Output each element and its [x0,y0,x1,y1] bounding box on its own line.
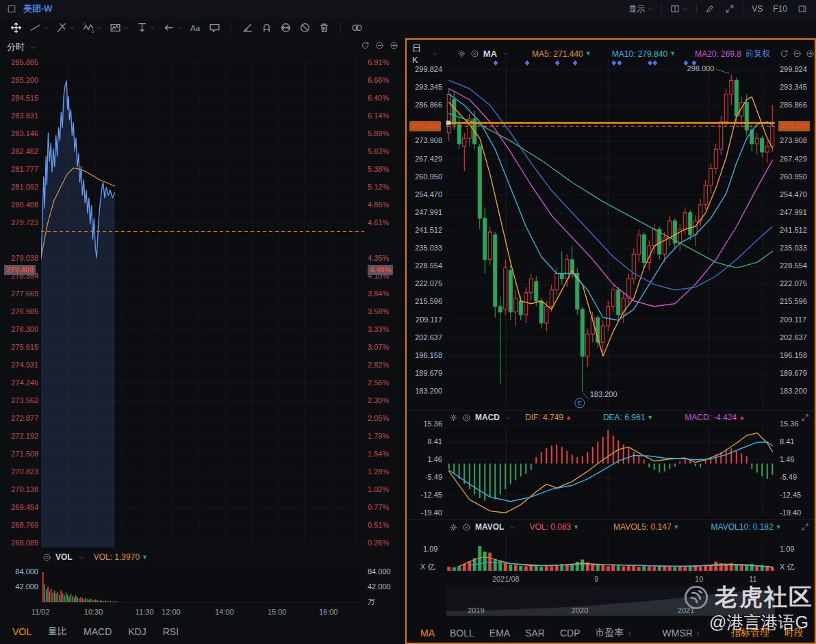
comment-tool[interactable] [207,21,222,34]
tab-市盈率[interactable]: 市盈率 [596,627,633,639]
move-crosshair-tool[interactable] [8,21,24,34]
text-tool[interactable]: Aa [188,21,203,34]
chevron-down-icon [505,415,511,421]
percent-axis-label: 2.05% [368,414,400,423]
tab-EMA[interactable]: EMA [489,628,510,639]
indicator-name[interactable]: MAVOL [475,522,504,532]
tab-RSI[interactable]: RSI [163,626,179,637]
chart-canvas [41,567,364,605]
price-axis-label: 215.596 [408,297,442,306]
trend-down-icon: ▼ [776,524,782,530]
fullscreen-button[interactable] [723,3,737,14]
percent-axis-label: 5.38% [368,165,400,174]
tab-SAR[interactable]: SAR [525,628,545,639]
price-axis-label: 254.470 [408,190,442,199]
chart-canvas [446,535,775,574]
compare-button[interactable]: VS [750,3,765,14]
price-axis-label: 279.723 [5,218,38,227]
settings-gear-icon[interactable] [457,49,466,58]
chevron-down-icon [70,25,75,31]
window-icon[interactable] [7,4,16,14]
chevron-down-icon [30,44,36,51]
close-icon[interactable] [462,523,471,532]
close-icon[interactable] [42,553,51,562]
trend-up-icon: ▲ [739,415,745,421]
volume-axis-unit: 万 [368,597,375,606]
trash-tool[interactable] [316,21,332,34]
adjust-mode-button[interactable]: 前复权 [745,48,770,60]
tiger-logo-icon [683,584,709,610]
period-selector[interactable]: 日K [412,42,426,65]
expand-pane-icon[interactable] [801,413,809,422]
compare-circles-tool[interactable] [349,21,365,34]
tab-VOL[interactable]: VOL [12,626,31,637]
percent-axis-label: 4.86% [368,201,400,209]
draw-button[interactable] [703,3,717,14]
zoom-out-icon[interactable] [793,49,802,58]
f10-button[interactable]: F10 [771,3,789,14]
link-charts-tool[interactable] [278,21,294,34]
tab-MACD[interactable]: MACD [84,626,112,637]
tab-MA[interactable]: MA [420,628,435,639]
reset-zoom-icon[interactable] [361,41,370,50]
indicator-name[interactable]: VOL [55,552,73,562]
intraday-chart[interactable] [41,57,364,548]
price-axis-label: 222.075 [780,279,807,288]
price-axis-label: 196.158 [780,351,807,360]
price-axis-label: 247.991 [408,208,442,217]
time-axis-label: 15:00 [268,608,287,616]
tab-WMSR[interactable]: WMSR [663,628,701,639]
reset-zoom-icon[interactable] [780,49,789,58]
indicator-name[interactable]: MACD [475,413,500,422]
dif-value: DIF: 4.749▲ [525,413,572,422]
elliott-wave-tool[interactable]: 13 [81,21,104,34]
close-icon[interactable] [462,413,471,422]
layout-dropdown[interactable] [668,3,690,14]
watermark-text: 老虎社区 [715,582,813,613]
percent-axis-label: 1.28% [368,467,400,476]
magnet-tool[interactable] [259,21,275,34]
vol-value: VOL: 1.3970▼ [94,552,148,562]
tab-CDP[interactable]: CDP [560,628,581,639]
close-icon[interactable] [470,49,479,58]
price-axis-label: 274.931 [5,361,38,370]
macd-axis-label: -5.49 [408,473,442,482]
zoom-in-icon[interactable] [806,49,815,58]
macd-axis-label: 8.41 [408,437,442,446]
zoom-out-icon[interactable] [375,41,384,50]
display-dropdown[interactable]: 显示 [626,3,655,16]
panel-toggle-button[interactable] [795,3,809,14]
hide-drawings-tool[interactable] [297,21,313,34]
indicator-name[interactable]: MA [483,49,497,59]
percent-axis-label: 0.77% [368,503,400,512]
kline-chart[interactable]: 298.000183.200E [446,59,775,409]
indicator-tabs-left: VOL量比MACDKDJRSI [12,626,179,638]
trend-line-tool[interactable] [27,21,51,34]
settings-gear-icon[interactable] [449,523,458,532]
zoom-in-icon[interactable] [390,41,398,50]
daily-volume-chart[interactable] [446,535,775,574]
time-axis-label: 12:00 [162,608,181,616]
price-axis-label: 189.679 [408,369,442,378]
period-selector[interactable]: 分时 [7,41,36,53]
svg-text:3: 3 [92,29,94,34]
price-axis-label: 272.192 [5,432,38,441]
expand-pane-icon[interactable] [801,523,809,531]
intraday-volume-chart[interactable] [41,567,364,605]
price-axis-label: 189.679 [780,369,807,378]
tab-KDJ[interactable]: KDJ [128,626,146,637]
trend-down-icon: ▼ [670,51,676,57]
price-axis-label: 202.637 [780,333,807,342]
price-axis-label: 282.462 [5,147,38,156]
angle-tool[interactable] [240,21,255,34]
tab-BOLL[interactable]: BOLL [450,628,474,639]
macd-axis-label: -12.45 [780,491,801,500]
measure-tool[interactable] [134,21,157,34]
macd-chart[interactable] [446,424,775,513]
arrow-tool[interactable] [161,21,184,34]
percent-axis-label: 5.89% [368,129,400,138]
tab-量比[interactable]: 量比 [48,626,67,638]
settings-gear-icon[interactable] [449,413,458,422]
pitchfork-tool[interactable] [54,21,77,34]
pattern-tool[interactable] [107,21,131,34]
